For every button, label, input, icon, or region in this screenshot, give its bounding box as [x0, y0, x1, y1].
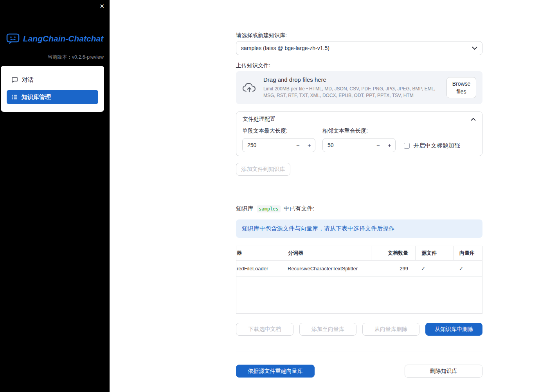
info-text: 知识库中包含源文件与向量库，请从下表中选择文件后操作 — [242, 225, 394, 232]
dropzone-instructions: Drag and drop files here Limit 200MB per… — [263, 76, 440, 99]
column-header-doc-count[interactable]: 文档数量 — [371, 246, 415, 260]
info-banner: 知识库中包含源文件与向量库，请从下表中选择文件后操作 — [236, 219, 482, 238]
kb-files-suffix: 中已有文件: — [284, 205, 315, 212]
divider — [236, 351, 482, 351]
cloud-upload-icon — [242, 83, 257, 93]
column-header-vector-store[interactable]: 向量库 — [453, 246, 482, 260]
chunk-size-input: − + — [242, 138, 315, 152]
delete-kb-button[interactable]: 删除知识库 — [405, 365, 482, 378]
sidebar-item-knowledge-base[interactable]: 知识库管理 — [7, 90, 98, 104]
plus-button[interactable]: + — [304, 138, 315, 152]
cell-source-check: ✓ — [415, 261, 453, 276]
sidebar-close-icon[interactable]: ✕ — [99, 3, 104, 10]
sidebar-item-dialogue[interactable]: 对话 — [7, 73, 98, 87]
plus-button[interactable]: + — [384, 138, 395, 152]
delete-from-kb-button[interactable]: 从知识库中删除 — [425, 323, 482, 336]
cell-doc-count: 299 — [371, 261, 415, 276]
cell-vector-check: ✓ — [453, 261, 482, 276]
browse-files-button[interactable]: Browse files — [446, 77, 476, 99]
app-window: ✕ LangChain-Chatchat 当前版本：v0.2.6-preview — [0, 0, 540, 392]
sidebar-nav: 对话 知识库管理 — [1, 66, 104, 112]
zh-title-enhance-checkbox[interactable] — [404, 143, 410, 149]
main-content: 请选择或新建知识库: samples (faiss @ bge-large-zh… — [110, 0, 540, 392]
sidebar-item-label: 知识库管理 — [22, 94, 51, 101]
kb-name-code: samples — [257, 205, 281, 212]
table-action-buttons: 下载选中文档 添加至向量库 从向量库删除 从知识库中删除 — [236, 323, 482, 336]
kb-select-label: 请选择或新建知识库: — [236, 32, 482, 39]
logo-chat-icon — [6, 33, 20, 45]
kb-select-dropdown[interactable]: samples (faiss @ bge-large-zh-v1.5) — [236, 41, 482, 55]
chunk-overlap-group: 相邻文本重合长度: − + — [322, 128, 396, 152]
file-dropzone[interactable]: Drag and drop files here Limit 200MB per… — [236, 71, 482, 104]
column-header-loader[interactable]: 器 — [236, 246, 282, 260]
cell-loader: redFileLoader — [236, 261, 282, 276]
kb-files-table: 器 分词器 文档数量 源文件 向量库 redFileLoader Recursi… — [236, 246, 482, 314]
chunk-overlap-input: − + — [322, 138, 396, 152]
chevron-up-icon — [471, 118, 476, 121]
table-header-row: 器 分词器 文档数量 源文件 向量库 — [236, 246, 482, 261]
kb-files-heading: 知识库 samples 中已有文件: — [236, 205, 482, 212]
logo-text: LangChain-Chatchat — [23, 34, 103, 43]
app-logo: LangChain-Chatchat — [0, 33, 110, 45]
table-row[interactable]: redFileLoader RecursiveCharacterTextSpli… — [236, 261, 482, 277]
upload-label: 上传知识文件: — [236, 62, 482, 69]
divider — [236, 192, 482, 192]
minus-button[interactable]: − — [292, 138, 304, 152]
sidebar: ✕ LangChain-Chatchat 当前版本：v0.2.6-preview — [0, 0, 110, 392]
expander-body: 单段文本最大长度: − + 相邻文本重合长度: − + — [236, 127, 482, 152]
dropzone-limit-text: Limit 200MB per file • HTML, MD, JSON, C… — [263, 86, 440, 99]
chevron-down-icon — [472, 47, 477, 50]
dropzone-title: Drag and drop files here — [263, 76, 440, 83]
chunk-overlap-field[interactable] — [323, 142, 373, 148]
add-to-vector-store-button[interactable]: 添加至向量库 — [299, 323, 356, 336]
footer-buttons: 依据源文件重建向量库 删除知识库 — [236, 365, 482, 378]
list-icon — [11, 94, 18, 100]
add-files-to-kb-button[interactable]: 添加文件到知识库 — [236, 163, 290, 176]
kb-select-value: samples (faiss @ bge-large-zh-v1.5) — [241, 45, 329, 51]
chat-bubble-icon — [11, 77, 18, 83]
rebuild-vector-store-button[interactable]: 依据源文件重建向量库 — [236, 365, 315, 378]
chunk-size-group: 单段文本最大长度: − + — [242, 128, 315, 152]
version-caption: 当前版本：v0.2.6-preview — [47, 54, 104, 61]
expander-header[interactable]: 文件处理配置 — [236, 112, 482, 127]
expander-title: 文件处理配置 — [243, 116, 275, 123]
minus-button[interactable]: − — [373, 138, 384, 152]
zh-title-enhance-label: 开启中文标题加强 — [413, 142, 460, 149]
download-selected-button[interactable]: 下载选中文档 — [236, 323, 293, 336]
column-header-splitter[interactable]: 分词器 — [282, 246, 371, 260]
chunk-overlap-label: 相邻文本重合长度: — [322, 128, 396, 135]
chunk-size-field[interactable] — [243, 142, 292, 148]
file-config-expander: 文件处理配置 单段文本最大长度: − + 相邻文本重合长度: — [236, 111, 482, 156]
sidebar-item-label: 对话 — [22, 76, 34, 84]
chunk-size-label: 单段文本最大长度: — [242, 128, 315, 135]
kb-files-prefix: 知识库 — [236, 205, 254, 212]
cell-splitter: RecursiveCharacterTextSplitter — [282, 261, 371, 276]
delete-from-vector-store-button[interactable]: 从向量库删除 — [362, 323, 419, 336]
column-header-source-file[interactable]: 源文件 — [415, 246, 453, 260]
zh-title-enhance-group: 开启中文标题加强 — [404, 142, 460, 149]
